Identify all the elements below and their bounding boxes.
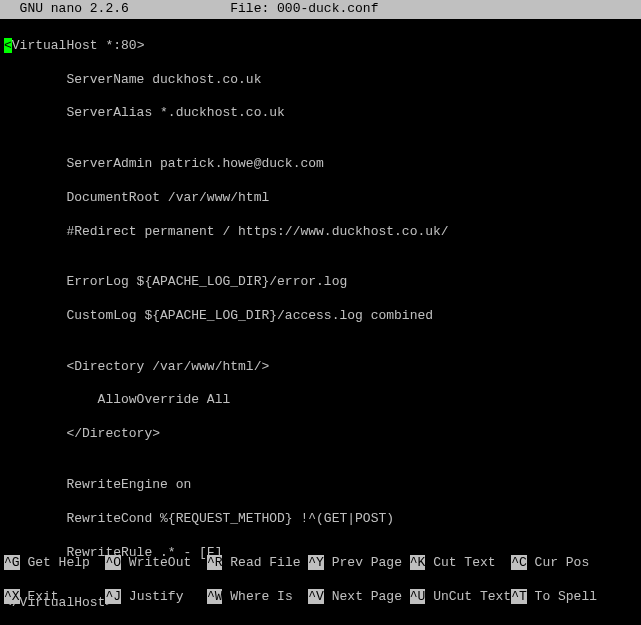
shortcut-bar: ^G Get Help ^O WriteOut ^R Read File ^Y … [0,539,641,625]
titlebar: GNU nano 2.2.6 File: 000-duck.conf [0,0,641,19]
file-line: </Directory> [4,426,637,443]
label-to-spell: To Spell [527,589,597,604]
file-line: DocumentRoot /var/www/html [4,190,637,207]
key-uncut-text[interactable]: ^U [410,589,426,604]
shortcut-row-2: ^X Exit ^J Justify ^W Where Is ^V Next P… [4,589,637,606]
titlebar-spacer [129,1,230,16]
file-line: ServerName duckhost.co.uk [4,72,637,89]
label-cur-pos: Cur Pos [527,555,589,570]
key-writeout[interactable]: ^O [105,555,121,570]
key-get-help[interactable]: ^G [4,555,20,570]
file-line: ErrorLog ${APACHE_LOG_DIR}/error.log [4,274,637,291]
file-line: <VirtualHost *:80> [4,38,637,55]
label-writeout: WriteOut [121,555,207,570]
label-cut-text: Cut Text [425,555,511,570]
key-exit[interactable]: ^X [4,589,20,604]
key-where-is[interactable]: ^W [207,589,223,604]
key-next-page[interactable]: ^V [308,589,324,604]
label-read-file: Read File [222,555,308,570]
file-line: ServerAlias *.duckhost.co.uk [4,105,637,122]
key-justify[interactable]: ^J [105,589,121,604]
file-line: AllowOverride All [4,392,637,409]
file-line: RewriteCond %{REQUEST_METHOD} !^(GET|POS… [4,511,637,528]
label-uncut-text: UnCut Text [425,589,511,604]
label-exit: Exit [20,589,106,604]
label-next-page: Next Page [324,589,410,604]
file-line: #Redirect permanent / https://www.duckho… [4,224,637,241]
key-cur-pos[interactable]: ^C [511,555,527,570]
key-prev-page[interactable]: ^Y [308,555,324,570]
label-where-is: Where Is [222,589,308,604]
shortcut-row-1: ^G Get Help ^O WriteOut ^R Read File ^Y … [4,555,637,572]
key-to-spell[interactable]: ^T [511,589,527,604]
file-line: ServerAdmin patrick.howe@duck.com [4,156,637,173]
key-read-file[interactable]: ^R [207,555,223,570]
file-line: CustomLog ${APACHE_LOG_DIR}/access.log c… [4,308,637,325]
file-line: <Directory /var/www/html/> [4,359,637,376]
label-prev-page: Prev Page [324,555,410,570]
editor-area[interactable]: <VirtualHost *:80> ServerName duckhost.c… [0,19,641,625]
key-cut-text[interactable]: ^K [410,555,426,570]
label-justify: Justify [121,589,207,604]
app-version: GNU nano 2.2.6 [4,1,129,16]
file-line: RewriteEngine on [4,477,637,494]
cursor: < [4,38,12,53]
label-get-help: Get Help [20,555,106,570]
file-name: File: 000-duck.conf [230,1,378,16]
